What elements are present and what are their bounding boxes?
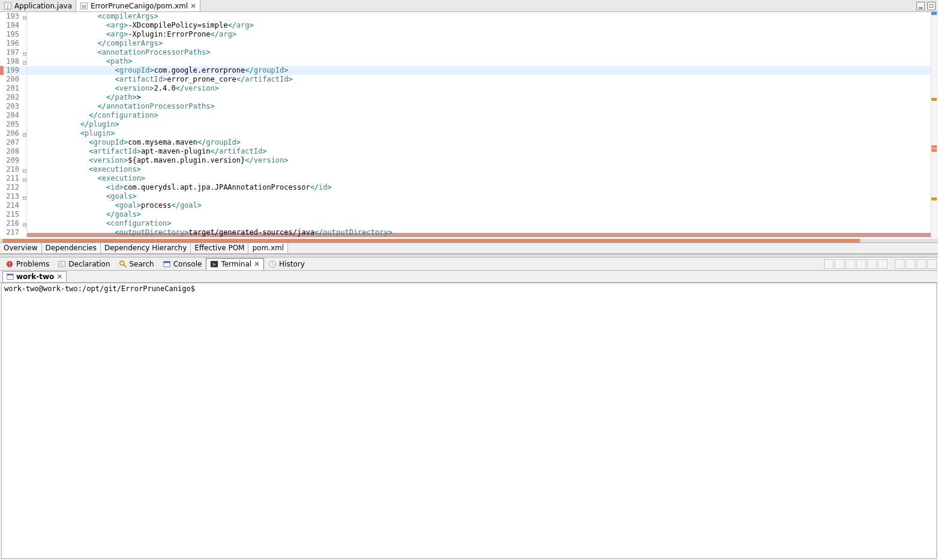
code-line[interactable]: <path> xyxy=(27,57,931,66)
terminal-tab[interactable]: work-two ✕ xyxy=(2,271,67,282)
toolbar-button[interactable] xyxy=(895,259,904,269)
code-line[interactable]: <compilerArgs> xyxy=(27,12,931,21)
editor-tab-pom-xml[interactable]: M ErrorPruneCanigo/pom.xml ✕ xyxy=(76,0,200,11)
overview-marker[interactable] xyxy=(931,98,937,101)
console-icon xyxy=(163,260,171,268)
code-line[interactable]: <configuration> xyxy=(27,219,931,228)
terminal-prompt: work-two@work-two:/opt/git/ErrorPruneCan… xyxy=(4,285,195,293)
overview-marker[interactable] xyxy=(931,197,937,200)
code-line[interactable]: <artifactId>error_prone_core</artifactId… xyxy=(27,75,931,84)
maximize-view-icon[interactable]: ▢ xyxy=(927,2,936,10)
code-line[interactable]: <groupId>com.google.errorprone</groupId> xyxy=(27,66,931,75)
pom-editor-tabs: Overview Dependencies Dependency Hierarc… xyxy=(0,242,938,254)
maximize-view-icon[interactable] xyxy=(927,259,937,269)
code-line[interactable]: <arg>-XDcompilePolicy=simple</arg> xyxy=(27,21,931,30)
editor-pane: 193⊟194195196197⊟198⊟1992002012022032042… xyxy=(0,12,938,239)
view-tab-label: Declaration xyxy=(68,260,110,268)
svg-text:!: ! xyxy=(8,261,11,267)
code-line[interactable]: </goals> xyxy=(27,210,931,219)
code-area[interactable]: <compilerArgs> <arg>-XDcompilePolicy=sim… xyxy=(27,12,931,239)
view-tab-search[interactable]: Search xyxy=(115,258,158,270)
fold-toggle-icon[interactable]: ⊟ xyxy=(20,58,26,64)
pom-tab-dependencies[interactable]: Dependencies xyxy=(42,243,101,253)
toolbar-button[interactable] xyxy=(824,259,834,269)
code-line[interactable]: <id>com.querydsl.apt.jpa.JPAAnnotationPr… xyxy=(27,183,931,192)
overview-marker[interactable] xyxy=(931,12,937,15)
line-number: 202 xyxy=(0,93,26,102)
code-line[interactable]: <plugin> xyxy=(27,129,931,138)
close-icon[interactable]: ✕ xyxy=(190,3,196,9)
scrollbar-thumb[interactable] xyxy=(2,239,860,242)
editor-horizontal-scrollbar[interactable] xyxy=(0,239,938,242)
code-line[interactable]: </compilerArgs> xyxy=(27,39,931,48)
declaration-icon xyxy=(58,260,66,268)
minimize-view-icon[interactable]: ▁ xyxy=(916,2,925,10)
terminal-icon: > xyxy=(210,260,218,268)
line-number-gutter[interactable]: 193⊟194195196197⊟198⊟1992002012022032042… xyxy=(0,12,27,239)
close-icon[interactable]: ✕ xyxy=(56,274,62,280)
code-line[interactable]: <goal>process</goal> xyxy=(27,201,931,210)
code-line[interactable]: <outputDirectory>target/generated-source… xyxy=(27,228,931,237)
line-number: 200 xyxy=(0,75,26,84)
view-tab-declaration[interactable]: Declaration xyxy=(53,258,114,270)
view-tab-history[interactable]: History xyxy=(264,258,309,270)
fold-toggle-icon[interactable]: ⊟ xyxy=(20,13,26,19)
toolbar-button[interactable] xyxy=(835,259,844,269)
line-number: 203 xyxy=(0,102,26,111)
code-line[interactable]: </annotationProcessorPaths> xyxy=(27,102,931,111)
toolbar-button[interactable] xyxy=(878,259,888,269)
code-line[interactable]: </plugin> xyxy=(27,120,931,129)
line-number: 201 xyxy=(0,84,26,93)
code-line[interactable]: <version>2.4.0</version> xyxy=(27,84,931,93)
toolbar-button[interactable] xyxy=(856,259,866,269)
code-line[interactable]: <artifactId>apt-maven-plugin</artifactId… xyxy=(27,147,931,156)
view-tab-label: History xyxy=(279,260,305,268)
code-line[interactable]: </configuration> xyxy=(27,111,931,120)
code-line[interactable]: <execution> xyxy=(27,174,931,183)
svg-line-10 xyxy=(123,264,125,266)
line-number: 213⊟ xyxy=(0,192,26,201)
line-number: 205 xyxy=(0,120,26,129)
view-tab-terminal[interactable]: > Terminal ✕ xyxy=(206,258,264,270)
code-line[interactable]: <annotationProcessorPaths> xyxy=(27,48,931,57)
pom-tab-overview[interactable]: Overview xyxy=(0,243,42,253)
terminal-tab-label: work-two xyxy=(16,272,54,281)
toolbar-button[interactable] xyxy=(906,259,915,269)
line-number: 198⊟ xyxy=(0,57,26,66)
pom-tab-dependency-hierarchy[interactable]: Dependency Hierarchy xyxy=(101,243,191,253)
pom-tab-effective-pom[interactable]: Effective POM xyxy=(191,243,248,253)
toolbar-button[interactable] xyxy=(867,259,877,269)
svg-rect-12 xyxy=(163,261,170,263)
view-tab-label: Terminal xyxy=(221,260,251,268)
fold-toggle-icon[interactable]: ⊟ xyxy=(20,220,26,226)
code-line[interactable]: <version>${apt.maven.plugin.version}</ve… xyxy=(27,156,931,165)
problems-icon: ! xyxy=(5,260,14,268)
code-line[interactable]: </path>> xyxy=(27,93,931,102)
line-number: 196 xyxy=(0,39,26,48)
line-number: 193⊟ xyxy=(0,12,26,21)
code-line[interactable]: <groupId>com.mysema.maven</groupId> xyxy=(27,138,931,147)
fold-toggle-icon[interactable]: ⊟ xyxy=(20,166,26,172)
code-line[interactable]: <arg>-Xplugin:ErrorProne</arg> xyxy=(27,30,931,39)
line-number: 199 xyxy=(0,66,26,75)
overview-marker[interactable] xyxy=(931,145,937,148)
terminal-body[interactable]: work-two@work-two:/opt/git/ErrorPruneCan… xyxy=(1,283,937,559)
view-tab-console[interactable]: Console xyxy=(158,258,206,270)
code-line[interactable]: <goals> xyxy=(27,192,931,201)
close-icon[interactable]: ✕ xyxy=(254,261,260,267)
code-line[interactable]: <executions> xyxy=(27,165,931,174)
svg-point-9 xyxy=(119,260,124,265)
toolbar-button[interactable] xyxy=(846,259,855,269)
fold-toggle-icon[interactable]: ⊟ xyxy=(20,175,26,181)
pom-tab-source[interactable]: pom.xml xyxy=(248,243,288,253)
fold-toggle-icon[interactable]: ⊟ xyxy=(20,49,26,55)
editor-tab-label: ErrorPruneCanigo/pom.xml xyxy=(91,2,188,10)
line-number: 211⊟ xyxy=(0,174,26,183)
overview-ruler[interactable] xyxy=(931,12,938,239)
fold-toggle-icon[interactable]: ⊟ xyxy=(20,193,26,199)
editor-tab-application-java[interactable]: J Application.java xyxy=(0,0,76,11)
overview-marker[interactable] xyxy=(931,149,937,152)
minimize-view-icon[interactable] xyxy=(916,259,926,269)
fold-toggle-icon[interactable]: ⊟ xyxy=(20,130,26,136)
view-tab-problems[interactable]: ! Problems xyxy=(1,258,53,270)
